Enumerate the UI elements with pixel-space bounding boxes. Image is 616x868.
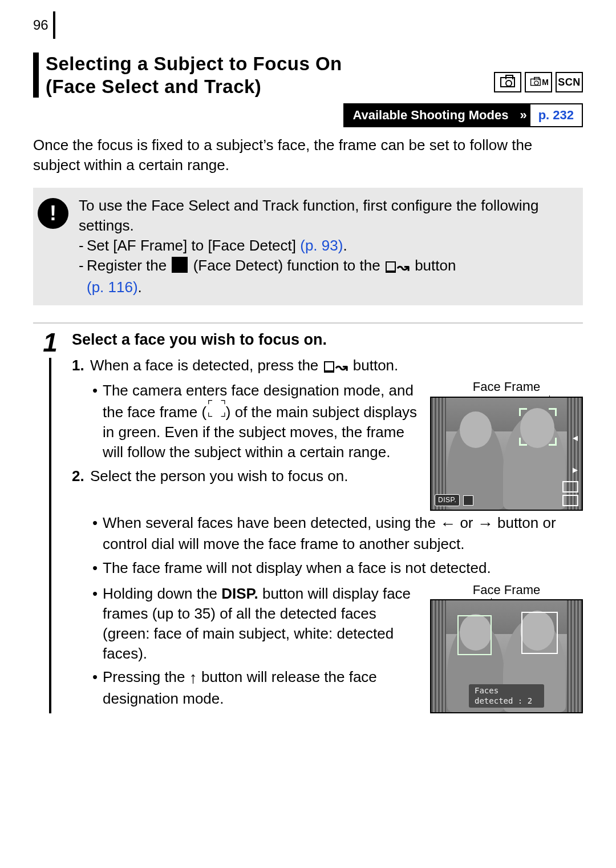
left-arrow-icon: ← — [440, 515, 456, 532]
heading-accent-bar — [33, 53, 39, 98]
bullet-row-1: • The camera enters face designation mod… — [72, 378, 583, 511]
substep-number: 2. — [72, 466, 90, 486]
page-ref-link[interactable]: (p. 116) — [87, 278, 138, 296]
note-body: To use the Face Select and Track functio… — [79, 196, 573, 297]
mode-icon-camera-m: M — [525, 72, 552, 92]
substep-1: 1. When a face is detected, press the bu… — [72, 356, 583, 377]
available-modes-bar: Available Shooting Modes » p. 232 — [33, 103, 583, 127]
nav-overlay-icons: ◂ ▸ — [570, 433, 579, 474]
step-body: Select a face you wish to focus on. 1. W… — [67, 329, 583, 713]
mode-icon-row: M SCN — [494, 72, 583, 92]
bullet: • Pressing the ↑ button will release the… — [92, 667, 420, 709]
figure-label: Face Frame — [430, 582, 583, 599]
bullet: • The camera enters face designation mod… — [92, 381, 420, 463]
face-chip-icon — [463, 495, 473, 506]
chevron-right-icon: » — [516, 104, 530, 126]
bullet-text: When several faces have been detected, u… — [103, 513, 583, 555]
step-vertical-rule — [49, 358, 51, 713]
exclamation-icon: ! — [38, 198, 68, 229]
corner-overlay-icons — [562, 481, 578, 506]
bullet: • When several faces have been detected,… — [92, 513, 583, 555]
step-number: 1 — [43, 329, 58, 356]
face-frame-overlay-icon — [519, 408, 557, 446]
bullet-text: The face frame will not display when a f… — [103, 558, 583, 578]
page-header: 96 — [33, 11, 583, 39]
bullet: • Holding down the DISP. button will dis… — [92, 584, 420, 664]
up-arrow-icon: ↑ — [189, 669, 197, 687]
page-number: 96 — [33, 16, 48, 34]
disp-badge-icon: DISP. — [435, 494, 460, 506]
bullet: • The face frame will not display when a… — [92, 558, 583, 578]
bullet-text: Holding down the DISP. button will displ… — [103, 584, 420, 664]
intro-paragraph: Once the focus is fixed to a subject’s f… — [33, 135, 583, 175]
available-modes-page-ref[interactable]: p. 232 — [530, 104, 582, 126]
substep-number: 1. — [72, 356, 90, 377]
section-heading: Selecting a Subject to Focus On (Face Se… — [33, 53, 583, 98]
bullet-row-4: • Holding down the DISP. button will dis… — [72, 582, 583, 714]
page-number-rule — [53, 11, 55, 39]
note-lead: To use the Face Select and Track functio… — [79, 196, 573, 236]
print-share-icon — [324, 357, 348, 377]
faces-detected-status: Faces detected : 2 — [469, 684, 544, 708]
mode-icon-scn: SCN — [556, 72, 583, 92]
face-rect-main-icon — [457, 615, 492, 655]
camera-icon — [500, 77, 515, 87]
note-dash-2: - Register the (Face Detect) function to… — [79, 256, 573, 297]
step-title: Select a face you wish to focus on. — [72, 329, 583, 350]
face-rect-secondary-icon — [521, 612, 558, 654]
print-share-icon — [386, 257, 410, 277]
note-dash-1: - Set [AF Frame] to [Face Detect] (p. 93… — [79, 236, 573, 256]
figure-image: ◂ ▸ DISP. — [430, 397, 583, 511]
right-arrow-icon: ▸ — [570, 465, 579, 474]
figure-label: Face Frame — [430, 378, 583, 395]
figure-image: Faces detected : 2 — [430, 599, 583, 713]
bullet-text: Pressing the ↑ button will release the f… — [103, 667, 420, 709]
face-frame-icon: ⌜ ⌝⌞ ⌟ — [206, 401, 226, 415]
figure-1: Face Frame ◂ ▸ DISP — [430, 378, 583, 511]
mode-icon-camera — [494, 72, 521, 92]
substep-text: Select the person you wish to focus on. — [90, 466, 420, 486]
camera-icon — [530, 79, 541, 86]
substep-text: When a face is detected, press the butto… — [90, 356, 583, 377]
page-ref-link[interactable]: (p. 93) — [300, 237, 343, 254]
step-1: 1 Select a face you wish to focus on. 1.… — [33, 329, 583, 713]
step-gutter: 1 — [33, 329, 67, 713]
face-detect-icon — [172, 257, 188, 273]
figure-2: Face Frame Faces detected : 2 — [430, 582, 583, 714]
substep-2: 2. Select the person you wish to focus o… — [72, 466, 420, 486]
disp-overlay: DISP. — [435, 494, 473, 506]
divider — [33, 322, 583, 324]
note-box: ! To use the Face Select and Track funct… — [33, 188, 583, 305]
available-modes-label: Available Shooting Modes — [345, 104, 516, 126]
right-arrow-icon: → — [477, 515, 493, 532]
bullet-text: The camera enters face designation mode,… — [103, 381, 420, 463]
left-arrow-icon: ◂ — [570, 433, 579, 442]
